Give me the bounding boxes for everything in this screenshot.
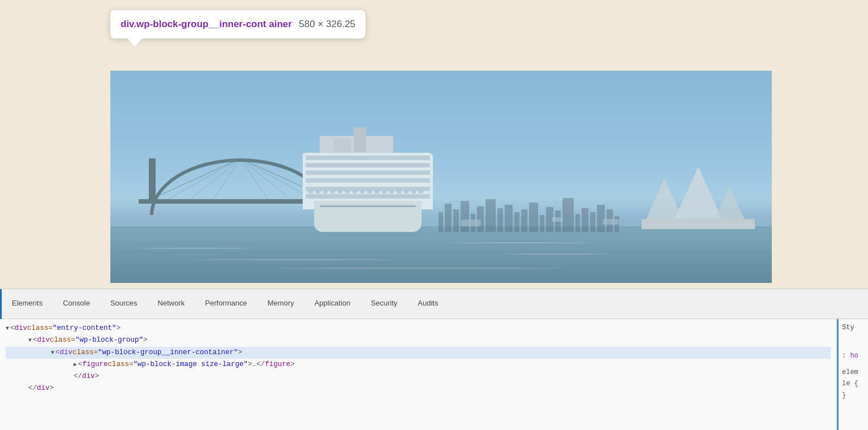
tab-elements[interactable]: Elements xyxy=(2,289,53,319)
sydney-scene xyxy=(110,71,772,283)
styles-line-3: elem xyxy=(842,367,865,378)
page-preview: div.wp-block-group__inner-cont ainer 580… xyxy=(0,0,868,289)
devtools-panel: Elements Console Sources Network Perform… xyxy=(0,289,868,430)
tab-console[interactable]: Console xyxy=(53,289,100,319)
tooltip-element-name: div.wp-block-group__inner-cont ainer xyxy=(121,19,292,29)
dom-line-close-inner: </div> xyxy=(6,371,831,382)
tab-performance[interactable]: Performance xyxy=(195,289,257,319)
expand-arrow-2[interactable]: ▼ xyxy=(28,336,32,345)
water xyxy=(110,226,772,283)
dom-line-close-group: </div> xyxy=(6,382,831,394)
styles-content: Sty : ho elem le { } xyxy=(842,322,865,401)
svg-line-4 xyxy=(191,158,240,199)
tab-network[interactable]: Network xyxy=(148,289,195,319)
styles-line-2: : ho xyxy=(842,350,865,362)
styles-line-1: Sty xyxy=(842,322,865,333)
devtools-tabs: Elements Console Sources Network Perform… xyxy=(0,289,868,319)
expand-arrow-4[interactable]: ▶ xyxy=(74,360,77,369)
tab-application[interactable]: Application xyxy=(304,289,361,319)
page-image-area xyxy=(110,71,772,283)
city-skyline xyxy=(439,198,653,232)
svg-line-5 xyxy=(240,158,290,199)
svg-line-3 xyxy=(240,158,313,199)
tooltip-dimensions: 580 × 326.25 xyxy=(299,19,355,29)
dom-line-wp-block-group: ▼ <div class="wp-block-group" > xyxy=(6,334,831,346)
styles-line-4: le { xyxy=(842,378,865,389)
expand-arrow-3[interactable]: ▼ xyxy=(51,348,54,358)
element-tooltip: div.wp-block-group__inner-cont ainer 580… xyxy=(110,10,366,38)
styles-line-5: } xyxy=(842,390,865,401)
svg-line-2 xyxy=(168,158,240,199)
dom-line-entry-content: ▼ <div class="entry-content" > xyxy=(6,322,831,334)
tab-memory[interactable]: Memory xyxy=(257,289,304,319)
tab-audits[interactable]: Audits xyxy=(407,289,448,319)
expand-arrow[interactable]: ▼ xyxy=(6,324,9,333)
devtools-dom-panel[interactable]: ▼ <div class="entry-content" > ▼ <div cl… xyxy=(0,319,837,430)
tab-security[interactable]: Security xyxy=(360,289,407,319)
devtools-content: ▼ <div class="entry-content" > ▼ <div cl… xyxy=(0,319,868,430)
styles-panel: Sty : ho elem le { } xyxy=(837,319,868,430)
opera-house xyxy=(642,161,755,229)
dom-line-inner-container[interactable]: ▼ <div class="wp-block-group__inner-cont… xyxy=(6,347,831,359)
dom-line-figure: ▶ <figure class="wp-block-image size-lar… xyxy=(6,359,831,371)
tab-sources[interactable]: Sources xyxy=(100,289,148,319)
cruise-ship xyxy=(303,130,433,232)
